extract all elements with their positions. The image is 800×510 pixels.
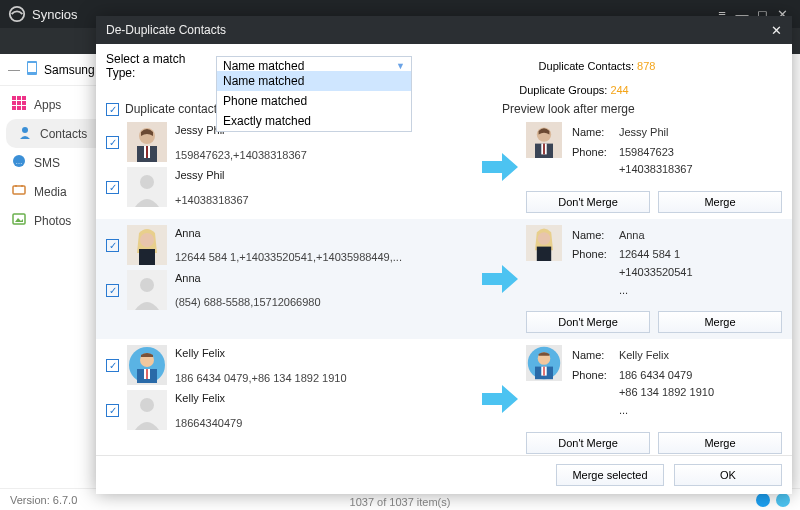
contact-name: Kelly Felix: [175, 390, 242, 407]
merged-name: Anna: [619, 227, 693, 245]
sidebar-item-label: SMS: [34, 156, 60, 170]
contact-phone: 186 6434 0479,+86 134 1892 1910: [175, 370, 347, 387]
dont-merge-button[interactable]: Don't Merge: [526, 432, 650, 454]
contact-row: Jessy Phil+14038318367: [106, 167, 474, 208]
contact-group: Anna12644 584 1,+14033520541,+1403598844…: [96, 219, 792, 339]
match-type-options: Name matchedPhone matchedExactly matched: [216, 71, 412, 132]
select-all-checkbox[interactable]: [106, 103, 119, 116]
arrow-right-icon: [478, 259, 522, 299]
match-type-row: Select a match Type: Name matched ▼ Dupl…: [96, 44, 792, 84]
contact-phone: 159847623,+14038318367: [175, 147, 307, 164]
svg-point-37: [538, 232, 551, 245]
item-count: 1037 of 1037 item(s): [350, 496, 451, 508]
contact-checkbox[interactable]: [106, 359, 119, 372]
sidebar-item-label: Photos: [34, 214, 71, 228]
dup-contacts-stat: Duplicate Contacts: 878: [412, 60, 782, 72]
merge-button[interactable]: Merge: [658, 191, 782, 213]
contact-name: Jessy Phil: [175, 167, 249, 184]
contact-phone: 18664340479: [175, 415, 242, 432]
dedup-modal: De-Duplicate Contacts ✕ Select a match T…: [96, 16, 792, 494]
version-text: Version: 6.7.0: [10, 494, 77, 506]
svg-rect-3: [12, 96, 16, 100]
svg-rect-38: [537, 246, 551, 260]
after-header: Preview look after merge: [502, 102, 782, 116]
svg-point-16: [15, 185, 17, 187]
contact-checkbox[interactable]: [106, 284, 119, 297]
device-name: Samsung: [44, 63, 95, 77]
close-modal-icon[interactable]: ✕: [771, 23, 782, 38]
contacts-icon: [18, 125, 32, 142]
merge-button[interactable]: Merge: [658, 432, 782, 454]
svg-rect-23: [146, 146, 148, 158]
contact-row: Anna12644 584 1,+14033520541,+1403598844…: [106, 225, 474, 266]
contact-checkbox[interactable]: [106, 181, 119, 194]
svg-rect-33: [139, 249, 155, 265]
contact-group: Jessy Phil159847623,+14038318367Jessy Ph…: [96, 116, 792, 219]
svg-rect-4: [17, 96, 21, 100]
svg-rect-30: [543, 144, 545, 155]
dup-groups-stat: Duplicate Groups: 244: [396, 84, 752, 102]
merged-phones: 12644 584 1+14033520541...: [619, 246, 693, 299]
modal-title: De-Duplicate Contacts: [106, 23, 226, 37]
svg-rect-11: [22, 106, 26, 110]
contact-checkbox[interactable]: [106, 136, 119, 149]
avatar: [526, 225, 562, 261]
minus-icon: —: [8, 63, 20, 77]
svg-point-45: [140, 398, 154, 412]
svg-rect-6: [12, 101, 16, 105]
svg-rect-43: [146, 369, 148, 379]
contact-phone: +14038318367: [175, 192, 249, 209]
match-option[interactable]: Phone matched: [217, 91, 411, 111]
svg-point-12: [22, 127, 28, 133]
sidebar-item-label: Media: [34, 185, 67, 199]
svg-rect-5: [22, 96, 26, 100]
svg-rect-9: [12, 106, 16, 110]
ok-button[interactable]: OK: [674, 464, 782, 486]
apps-icon: [12, 96, 26, 113]
svg-rect-2: [28, 63, 36, 72]
contact-phone: 12644 584 1,+14033520541,+14035988449,..…: [175, 249, 402, 266]
contact-row: Kelly Felix186 6434 0479,+86 134 1892 19…: [106, 345, 474, 386]
avatar: [127, 270, 167, 310]
contact-group: Kelly Felix186 6434 0479,+86 134 1892 19…: [96, 339, 792, 455]
svg-text:…: …: [16, 158, 23, 165]
avatar: [127, 390, 167, 430]
svg-point-35: [140, 278, 154, 292]
column-headers: Duplicate contacts before merge Preview …: [96, 102, 792, 116]
avatar: [526, 122, 562, 158]
name-label: Name:: [572, 347, 617, 365]
merge-button[interactable]: Merge: [658, 311, 782, 333]
avatar: [127, 345, 167, 385]
app-logo-icon: [8, 5, 26, 23]
dont-merge-button[interactable]: Don't Merge: [526, 191, 650, 213]
merged-name: Kelly Felix: [619, 347, 714, 365]
avatar: [127, 225, 167, 265]
dont-merge-button[interactable]: Don't Merge: [526, 311, 650, 333]
contact-phone: (854) 688-5588,15712066980: [175, 294, 321, 311]
merged-contact: Name:Jessy PhilPhone:159847623+140383183…: [526, 122, 782, 181]
match-option[interactable]: Exactly matched: [217, 111, 411, 131]
merged-phones: 186 6434 0479+86 134 1892 1910...: [619, 367, 714, 420]
merged-contact: Name:AnnaPhone:12644 584 1+14033520541..…: [526, 225, 782, 301]
arrow-right-icon: [478, 379, 522, 419]
merge-selected-button[interactable]: Merge selected: [556, 464, 664, 486]
contact-checkbox[interactable]: [106, 239, 119, 252]
merged-name: Jessy Phil: [619, 124, 693, 142]
svg-rect-15: [13, 186, 25, 194]
avatar: [127, 167, 167, 207]
modal-header: De-Duplicate Contacts ✕: [96, 16, 792, 44]
phone-icon: [26, 60, 38, 79]
match-option[interactable]: Name matched: [217, 71, 411, 91]
match-type-label: Select a match Type:: [106, 52, 216, 80]
twitter-icon[interactable]: [776, 493, 790, 507]
svg-point-17: [21, 185, 23, 187]
svg-point-25: [140, 175, 154, 189]
facebook-icon[interactable]: [756, 493, 770, 507]
sms-icon: …: [12, 154, 26, 171]
arrow-right-icon: [478, 147, 522, 187]
merged-phones: 159847623+14038318367: [619, 144, 693, 179]
contact-name: Anna: [175, 225, 402, 242]
contact-name: Anna: [175, 270, 321, 287]
contact-checkbox[interactable]: [106, 404, 119, 417]
contact-groups: Jessy Phil159847623,+14038318367Jessy Ph…: [96, 116, 792, 455]
